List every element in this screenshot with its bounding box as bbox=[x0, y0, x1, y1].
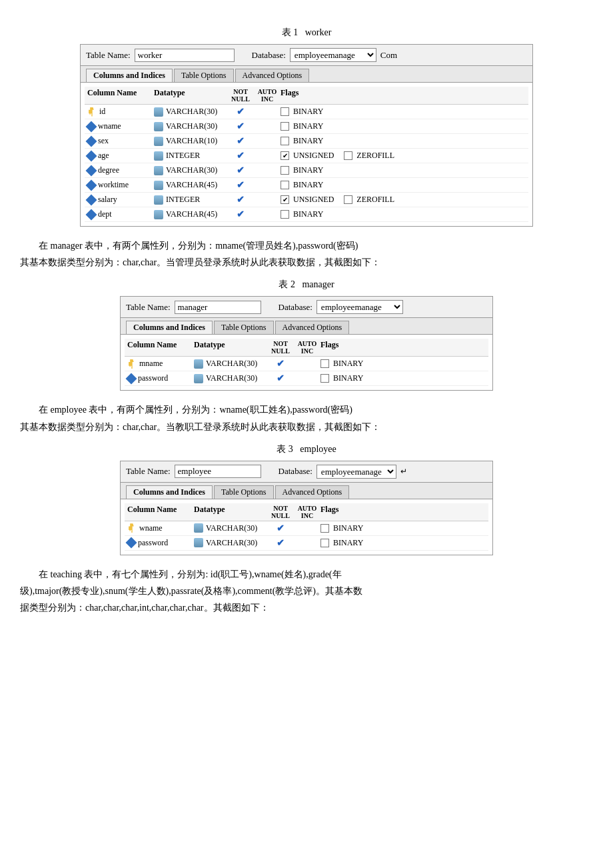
col-header-ai2: AUTOINC bbox=[294, 340, 320, 355]
diamond-icon bbox=[86, 121, 97, 132]
checkbox[interactable] bbox=[320, 539, 329, 547]
tab3-columns[interactable]: Columns and Indices bbox=[126, 485, 213, 499]
table-row: mname VARCHAR(30) ✔ BINARY bbox=[125, 357, 488, 371]
table2-col-header: Column Name Datatype NOTNULL AUTOINC Fla… bbox=[125, 339, 488, 357]
page-content: 表 1 worker Table Name: Database: employe… bbox=[20, 27, 593, 616]
table3-panel: Table Name: Database: employeemanage ↵ C… bbox=[120, 461, 493, 555]
table2-tabs: Columns and Indices Table Options Advanc… bbox=[121, 318, 492, 335]
col-header-nn2: NOTNULL bbox=[267, 340, 294, 355]
table3-columns-wrap: Column Name Datatype NOTNULL AUTOINC Fla… bbox=[121, 499, 492, 555]
col-header-nn: NOTNULL bbox=[227, 88, 254, 103]
diamond-icon bbox=[126, 537, 137, 549]
col-header-ai3: AUTOINC bbox=[294, 505, 320, 519]
col-header-flags3: Flags bbox=[320, 505, 486, 519]
table1-num: 表 1 bbox=[282, 27, 299, 37]
table3-num: 表 3 bbox=[277, 444, 293, 454]
checkbox[interactable] bbox=[320, 359, 329, 368]
table1-name: worker bbox=[305, 27, 332, 37]
check-icon: ✔ bbox=[237, 209, 245, 219]
database-label: Database: bbox=[252, 50, 286, 61]
tab2-options[interactable]: Table Options bbox=[214, 321, 273, 334]
table-row: dept VARCHAR(45) ✔ BINARY bbox=[85, 207, 528, 222]
checkbox[interactable] bbox=[320, 374, 329, 383]
key-icon bbox=[87, 107, 97, 117]
table2-panel: Table Name: Database: employeemanage Col… bbox=[120, 296, 493, 391]
table3-name-input[interactable] bbox=[175, 465, 261, 478]
table-row: id VARCHAR(30) ✔ BINARY bbox=[85, 105, 528, 119]
table1-section: 表 1 worker Table Name: Database: employe… bbox=[20, 27, 593, 227]
table-row: wname VARCHAR(30) ✔ BINARY bbox=[85, 119, 528, 134]
check-icon: ✔ bbox=[277, 523, 285, 533]
table1-tabs: Columns and Indices Table Options Advanc… bbox=[81, 66, 532, 83]
table1-com: Com bbox=[380, 50, 397, 61]
tab1-options[interactable]: Table Options bbox=[174, 69, 233, 82]
check-icon: ✔ bbox=[237, 195, 245, 205]
checkbox[interactable] bbox=[281, 122, 289, 131]
table2-database-select[interactable]: employeemanage bbox=[316, 300, 403, 314]
diamond-icon bbox=[86, 135, 97, 147]
db-icon bbox=[194, 538, 203, 547]
checkbox[interactable] bbox=[281, 181, 289, 189]
db-icon bbox=[154, 195, 163, 205]
paragraph-after-employee: 在 teaching 表中，有七个属性列，分别为: id(职工号),wname(… bbox=[20, 566, 593, 617]
col-header-name: Column Name bbox=[87, 88, 154, 103]
check-icon: ✔ bbox=[277, 373, 285, 383]
database-label2: Database: bbox=[279, 302, 312, 313]
tab3-advanced[interactable]: Advanced Options bbox=[275, 485, 350, 499]
check-icon: ✔ bbox=[237, 180, 245, 190]
tab2-columns[interactable]: Columns and Indices bbox=[126, 321, 213, 334]
tab1-advanced[interactable]: Advanced Options bbox=[235, 69, 310, 82]
check-icon: ✔ bbox=[277, 359, 285, 369]
table3-database-select[interactable]: employeemanage bbox=[316, 465, 396, 479]
tab1-columns[interactable]: Columns and Indices bbox=[86, 69, 173, 82]
table3-truncated: ↵ bbox=[400, 467, 407, 477]
checkbox-unsigned[interactable]: ✔ bbox=[281, 195, 289, 204]
col-header-name2: Column Name bbox=[127, 340, 194, 355]
table-row: password VARCHAR(30) ✔ BINARY bbox=[125, 371, 488, 386]
check-icon: ✔ bbox=[237, 151, 245, 161]
table2-title: 表 2 manager bbox=[20, 279, 593, 291]
checkbox[interactable] bbox=[281, 137, 289, 145]
db-icon bbox=[154, 151, 163, 161]
paragraph-after-manager: 在 employee 表中，有两个属性列，分别为：wname(职工姓名),pas… bbox=[20, 401, 593, 435]
table1-database-select[interactable]: employeemanage bbox=[290, 48, 376, 62]
table2-columns-wrap: Column Name Datatype NOTNULL AUTOINC Fla… bbox=[121, 335, 492, 390]
checkbox[interactable] bbox=[281, 210, 289, 219]
table3-name: employee bbox=[300, 444, 336, 454]
checkbox-unsigned[interactable]: ✔ bbox=[281, 151, 289, 160]
check-icon: ✔ bbox=[237, 121, 245, 131]
db-icon bbox=[194, 359, 203, 369]
key-icon bbox=[127, 359, 137, 369]
key-icon bbox=[127, 523, 137, 533]
table-name-label: Table Name: bbox=[86, 50, 131, 61]
table3-section: 表 3 employee Table Name: Database: emplo… bbox=[20, 443, 593, 555]
col-header-flags2: Flags bbox=[320, 340, 486, 355]
table1-columns-wrap: Column Name Datatype NOTNULL AUTOINC Fla… bbox=[81, 83, 532, 226]
tab3-options[interactable]: Table Options bbox=[214, 485, 273, 499]
table-row: degree VARCHAR(30) ✔ BINARY bbox=[85, 163, 528, 178]
db-icon bbox=[154, 166, 163, 175]
table2-header: Table Name: Database: employeemanage bbox=[121, 297, 492, 318]
checkbox[interactable] bbox=[281, 166, 289, 175]
db-icon bbox=[154, 122, 163, 131]
col-header-name3: Column Name bbox=[127, 505, 194, 519]
table1-name-input[interactable] bbox=[135, 49, 235, 62]
table3-header: Table Name: Database: employeemanage ↵ bbox=[121, 461, 492, 483]
table2-name-input[interactable] bbox=[175, 301, 261, 314]
check-icon: ✔ bbox=[237, 107, 245, 117]
checkbox-zerofill[interactable] bbox=[344, 195, 352, 204]
database-label3: Database: bbox=[279, 466, 312, 477]
diamond-icon bbox=[126, 373, 137, 384]
table-row: worktime VARCHAR(45) ✔ BINARY bbox=[85, 178, 528, 193]
db-icon bbox=[154, 181, 163, 190]
tab2-advanced[interactable]: Advanced Options bbox=[275, 321, 350, 334]
table3-title: 表 3 employee bbox=[20, 443, 593, 455]
checkbox-zerofill[interactable] bbox=[344, 151, 352, 160]
table1-panel: Table Name: Database: employeemanage Com… bbox=[80, 44, 533, 227]
db-icon bbox=[154, 107, 163, 117]
diamond-icon bbox=[86, 179, 97, 191]
checkbox[interactable] bbox=[320, 524, 329, 533]
checkbox[interactable] bbox=[281, 107, 289, 116]
table1-title: 表 1 worker bbox=[20, 27, 593, 39]
db-icon bbox=[154, 137, 163, 146]
